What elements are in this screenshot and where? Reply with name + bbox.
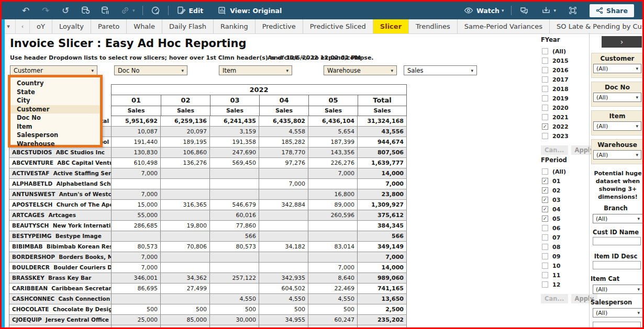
value-cell[interactable]: 191,440: [112, 137, 161, 147]
value-cell[interactable]: 566: [210, 231, 259, 241]
link-button[interactable]: ▾: [120, 5, 135, 16]
refresh-data-icon[interactable]: [80, 5, 91, 16]
row-label[interactable]: BRASSKEY Brass Key Bar: [9, 273, 112, 283]
value-cell[interactable]: 130,830: [112, 148, 161, 157]
row-label[interactable]: ANTUNSWEST Antun's of Westche..: [9, 189, 112, 199]
checkbox-icon[interactable]: [542, 272, 548, 278]
row-slicer-1-dropdown[interactable]: Customer ▾: [10, 65, 97, 75]
value-cell[interactable]: 55,000: [112, 210, 161, 220]
value-cell[interactable]: [161, 252, 210, 262]
value-cell[interactable]: 6,435,802: [259, 116, 308, 126]
measure-header-01[interactable]: Sales: [112, 106, 161, 116]
fyear-option-2015[interactable]: 2015: [540, 56, 588, 65]
row-label[interactable]: CASHCONNEC Cash Connection: [9, 294, 112, 304]
fyear-option-2022[interactable]: ✓2022: [540, 122, 588, 131]
value-cell[interactable]: 34,955: [259, 315, 308, 325]
value-cell[interactable]: 1,309,927: [358, 200, 407, 210]
empty-filter-box[interactable]: [593, 322, 641, 329]
value-cell[interactable]: 346,001: [112, 273, 161, 283]
value-cell[interactable]: 10,087: [112, 127, 161, 137]
value-cell[interactable]: 60,247: [308, 315, 358, 325]
fperiod-option-04[interactable]: ✓04: [540, 205, 588, 214]
value-cell[interactable]: [259, 168, 308, 178]
checkbox-icon[interactable]: ✓: [542, 123, 548, 130]
value-cell[interactable]: [259, 263, 308, 273]
value-cell[interactable]: [259, 231, 308, 241]
value-cell[interactable]: 989,060: [358, 273, 407, 283]
checkbox-icon[interactable]: ✓: [542, 197, 548, 203]
value-cell[interactable]: 97,276: [259, 158, 308, 168]
value-cell[interactable]: [210, 179, 259, 189]
tab-trendlines[interactable]: Trendlines: [409, 19, 458, 33]
row-slicer-4-dropdown[interactable]: Warehouse ▾: [324, 65, 397, 75]
row-slicer-3-dropdown[interactable]: Item ▾: [219, 65, 292, 75]
value-cell[interactable]: 178,770: [259, 148, 308, 157]
checkbox-icon[interactable]: [542, 58, 548, 64]
fperiod-option-12[interactable]: 12: [540, 280, 588, 289]
item-cat-filter-dropdown[interactable]: (All) ▾: [593, 285, 643, 294]
value-cell[interactable]: 83,014: [308, 242, 358, 252]
collapse-panel-button[interactable]: ›: [602, 36, 642, 48]
value-cell[interactable]: 500: [210, 304, 259, 314]
menu-item-city[interactable]: City: [10, 96, 100, 105]
salesperson-filter-dropdown[interactable]: (All) ▾: [593, 308, 643, 317]
value-cell[interactable]: 807,506: [358, 148, 407, 157]
measure-header-05[interactable]: Sales: [308, 106, 358, 116]
value-cell[interactable]: [259, 221, 308, 231]
value-cell[interactable]: 77,860: [210, 221, 259, 231]
value-cell[interactable]: 86,695: [112, 283, 161, 293]
value-cell[interactable]: 31,324,168: [358, 116, 407, 126]
value-cell[interactable]: 6,241,435: [210, 116, 259, 126]
value-cell[interactable]: 43,556: [358, 127, 407, 137]
value-cell[interactable]: [210, 263, 259, 273]
menu-item-customer[interactable]: Customer: [10, 105, 100, 114]
value-cell[interactable]: 7,000: [112, 168, 161, 178]
tab-slicer[interactable]: Slicer: [373, 19, 409, 33]
checkbox-icon[interactable]: [542, 234, 548, 241]
value-cell[interactable]: [161, 168, 210, 178]
row-label[interactable]: BESTYPEIMG Bestype Image: [9, 231, 112, 241]
menu-item-warehouse[interactable]: Warehouse: [10, 140, 100, 149]
value-cell[interactable]: 349,149: [358, 242, 407, 252]
value-cell[interactable]: 25,000: [112, 315, 161, 325]
value-cell[interactable]: [210, 283, 259, 293]
edit-button[interactable]: Edit: [176, 5, 204, 16]
value-cell[interactable]: 7,000: [308, 168, 358, 178]
value-cell[interactable]: 4,550: [210, 294, 259, 304]
value-cell[interactable]: 1,639,777: [358, 158, 407, 168]
pause-data-icon[interactable]: [100, 5, 110, 16]
value-cell[interactable]: 187,399: [308, 137, 358, 147]
tab-loyalty[interactable]: Loyalty: [52, 19, 91, 33]
row-label[interactable]: BEAUTYSCH New York Internation..: [9, 221, 112, 231]
checkbox-icon[interactable]: ✓: [542, 187, 548, 194]
checkbox-icon[interactable]: [542, 67, 548, 73]
value-cell[interactable]: 22,469: [308, 283, 358, 293]
value-cell[interactable]: 2,500: [358, 304, 407, 314]
fperiod-option-02[interactable]: ✓02: [540, 186, 588, 195]
value-cell[interactable]: 19,800: [161, 221, 210, 231]
value-cell[interactable]: 34,362: [161, 273, 210, 283]
checkbox-icon[interactable]: [542, 105, 548, 111]
value-cell[interactable]: 30,000: [210, 315, 259, 325]
value-cell[interactable]: 6,436,104: [308, 116, 358, 126]
checkbox-icon[interactable]: [542, 114, 548, 120]
value-cell[interactable]: 136,276: [161, 158, 210, 168]
value-cell[interactable]: 286,685: [112, 221, 161, 231]
row-label[interactable]: ABCVENTURE ABC Capital Ventures: [9, 158, 112, 168]
row-label[interactable]: CHOCOLATE Chocolate By Design: [9, 304, 112, 314]
value-cell[interactable]: 500: [112, 304, 161, 314]
value-cell[interactable]: [259, 189, 308, 199]
menu-item-state[interactable]: State: [10, 88, 100, 97]
branch-filter-dropdown[interactable]: (All) ▾: [593, 214, 643, 223]
column-header-03[interactable]: 03: [210, 95, 259, 106]
value-cell[interactable]: [308, 221, 358, 231]
value-cell[interactable]: 189,195: [161, 137, 210, 147]
value-cell[interactable]: 384,345: [358, 221, 407, 231]
value-cell[interactable]: 260,596: [308, 210, 358, 220]
value-cell[interactable]: 7,000: [112, 263, 161, 273]
value-cell[interactable]: 604,502: [259, 283, 308, 293]
value-cell[interactable]: 14,000: [358, 168, 407, 178]
value-cell[interactable]: 5,951,692: [112, 116, 161, 126]
checkbox-icon[interactable]: [542, 86, 548, 92]
value-cell[interactable]: [112, 294, 161, 304]
